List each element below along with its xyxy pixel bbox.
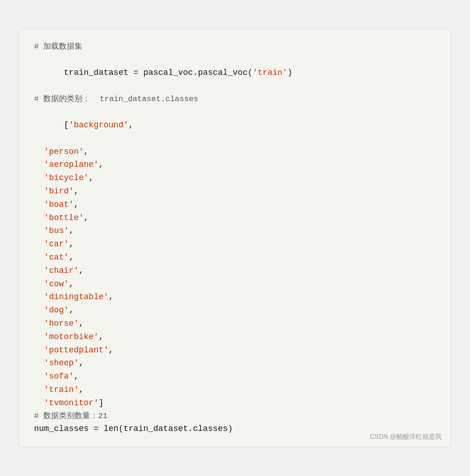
list-item-motorbike: 'motorbike', xyxy=(34,330,436,344)
list-item-horse: 'horse', xyxy=(34,317,436,330)
watermark: CSDN @醋酸洋红就是我 xyxy=(370,433,441,441)
bracket-open: [ xyxy=(64,120,69,130)
string-train: 'train' xyxy=(252,68,287,77)
list-item-aeroplane: 'aeroplane', xyxy=(34,158,436,171)
code-paren-close: ) xyxy=(287,68,292,77)
code-block: # 加载数据集 train_dataset = pascal_voc.pasca… xyxy=(34,40,436,435)
list-item-cow: 'cow', xyxy=(34,278,436,291)
string-background: 'background' xyxy=(69,120,129,130)
list-item-person: 'person', xyxy=(34,145,436,159)
comma: , xyxy=(128,120,133,130)
list-item-pottedplant: 'pottedplant', xyxy=(34,344,436,357)
comment-line-3: # 数据类别数量：21 xyxy=(34,410,436,422)
list-item-bicycle: 'bicycle', xyxy=(34,171,436,185)
code-container: # 加载数据集 train_dataset = pascal_voc.pasca… xyxy=(19,29,451,447)
list-item-tvmonitor: 'tvmonitor'] xyxy=(34,397,436,410)
list-item-car: 'car', xyxy=(34,238,436,251)
list-item-diningtable: 'diningtable', xyxy=(34,290,436,304)
list-item-bus: 'bus', xyxy=(34,224,436,238)
list-open-line: ['background', xyxy=(34,105,436,145)
code-line-1: train_dataset = pascal_voc.pascal_voc('t… xyxy=(34,53,436,93)
list-item-bird: 'bird', xyxy=(34,185,436,198)
list-item-cat: 'cat', xyxy=(34,251,436,264)
list-item-sofa: 'sofa', xyxy=(34,370,436,383)
list-item-sheep: 'sheep', xyxy=(34,357,436,370)
comment-line-2: # 数据的类别： train_dataset.classes xyxy=(34,93,436,105)
list-item-dog: 'dog', xyxy=(34,304,436,317)
list-item-train: 'train', xyxy=(34,383,436,397)
list-item-chair: 'chair', xyxy=(34,264,436,278)
comment-line-1: # 加载数据集 xyxy=(34,40,436,53)
list-item-bottle: 'bottle', xyxy=(34,211,436,225)
list-item-boat: 'boat', xyxy=(34,198,436,211)
code-text: train_dataset = pascal_voc.pascal_voc( xyxy=(64,68,252,77)
